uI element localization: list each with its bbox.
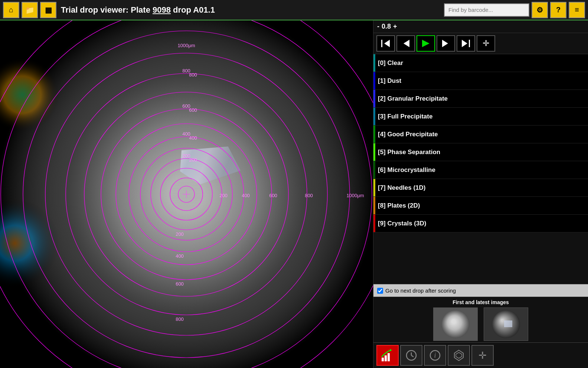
score-label-7: [7] Needles (1D) xyxy=(378,184,584,192)
svg-text:i: i xyxy=(434,352,436,359)
svg-point-10 xyxy=(390,349,392,351)
zoom-value: 0.8 xyxy=(382,23,391,30)
score-label-1: [1] Dust xyxy=(378,77,584,85)
images-title: First and latest images xyxy=(376,299,585,305)
svg-marker-1 xyxy=(384,40,390,47)
svg-marker-3 xyxy=(422,40,429,47)
first-frame-button[interactable] xyxy=(376,35,395,52)
viewer-canvas xyxy=(0,20,373,368)
score-view-button[interactable] xyxy=(376,345,399,366)
right-panel: - 0.8 + ✛ [0] Clear[1] Dust[2] Gr xyxy=(373,20,588,368)
svg-rect-9 xyxy=(388,353,390,361)
score-list: [0] Clear[1] Dust[2] Granular Precipitat… xyxy=(373,54,588,284)
folder-button[interactable]: 📁 xyxy=(22,2,38,18)
help-button[interactable]: ? xyxy=(550,2,566,18)
prev-frame-button[interactable] xyxy=(396,35,415,52)
crystal-button[interactable] xyxy=(448,345,470,366)
svg-marker-17 xyxy=(456,352,462,358)
drop-viewer[interactable] xyxy=(0,20,373,368)
bottom-toolbar: i ✛ xyxy=(373,342,588,368)
score-item-6[interactable]: [6] Microcrystalline xyxy=(373,161,588,179)
info-button[interactable]: i xyxy=(424,345,446,366)
topbar: ⌂ 📁 ▦ Trial drop viewer: Plate 9098 drop… xyxy=(0,0,588,20)
main-area: - 0.8 + ✛ [0] Clear[1] Dust[2] Gr xyxy=(0,20,588,368)
svg-rect-0 xyxy=(381,40,382,47)
score-item-0[interactable]: [0] Clear xyxy=(373,54,588,72)
home-button[interactable]: ⌂ xyxy=(3,2,19,18)
score-label-0: [0] Clear xyxy=(378,59,584,67)
checkbox-area: Go to next drop after scoring xyxy=(373,284,588,297)
window-title: Trial drop viewer: Plate 9098 drop A01.1 xyxy=(61,5,442,15)
score-item-9[interactable]: [9] Crystals (3D) xyxy=(373,215,588,232)
score-label-8: [8] Plates (2D) xyxy=(378,202,584,209)
latest-image-thumb[interactable] xyxy=(484,307,528,341)
score-label-2: [2] Granular Precipitate xyxy=(378,95,584,102)
svg-line-13 xyxy=(411,355,414,357)
svg-marker-2 xyxy=(404,40,409,47)
svg-rect-7 xyxy=(382,358,384,361)
grid-button[interactable]: ▦ xyxy=(40,2,56,18)
score-item-4[interactable]: [4] Good Precipitate xyxy=(373,126,588,143)
score-label-5: [5] Phase Separation xyxy=(378,149,584,156)
images-area: First and latest images xyxy=(373,297,588,342)
score-item-1[interactable]: [1] Dust xyxy=(373,72,588,90)
next-drop-label: Go to next drop after scoring xyxy=(385,287,456,294)
settings-button[interactable]: ⚙ xyxy=(532,2,548,18)
history-button[interactable] xyxy=(400,345,422,366)
score-item-5[interactable]: [5] Phase Separation xyxy=(373,143,588,161)
score-item-3[interactable]: [3] Full Precipitate xyxy=(373,108,588,126)
next-drop-checkbox[interactable] xyxy=(377,288,383,294)
svg-rect-8 xyxy=(385,355,387,361)
move-button[interactable]: ✛ xyxy=(477,35,495,52)
svg-marker-5 xyxy=(462,40,467,47)
score-label-4: [4] Good Precipitate xyxy=(378,131,584,138)
barcode-search-input[interactable] xyxy=(444,3,529,17)
zoom-plus[interactable]: + xyxy=(393,23,397,30)
score-label-3: [3] Full Precipitate xyxy=(378,113,584,120)
score-item-8[interactable]: [8] Plates (2D) xyxy=(373,197,588,215)
next-frame-button[interactable] xyxy=(437,35,455,52)
menu-button[interactable]: ≡ xyxy=(569,2,585,18)
score-item-2[interactable]: [2] Granular Precipitate xyxy=(373,90,588,108)
zoom-minus[interactable]: - xyxy=(377,23,379,30)
images-row xyxy=(376,307,585,341)
score-label-9: [9] Crystals (3D) xyxy=(378,220,584,227)
score-label-6: [6] Microcrystalline xyxy=(378,166,584,174)
first-image-thumb[interactable] xyxy=(433,307,478,341)
navigation-buttons: ✛ xyxy=(373,33,588,54)
svg-rect-6 xyxy=(469,40,470,47)
play-button[interactable] xyxy=(416,35,435,52)
last-frame-button[interactable] xyxy=(457,35,475,52)
score-item-7[interactable]: [7] Needles (1D) xyxy=(373,179,588,197)
svg-marker-4 xyxy=(442,40,448,47)
zoom-controls: - 0.8 + xyxy=(373,20,588,33)
move-tool-button[interactable]: ✛ xyxy=(471,345,494,366)
